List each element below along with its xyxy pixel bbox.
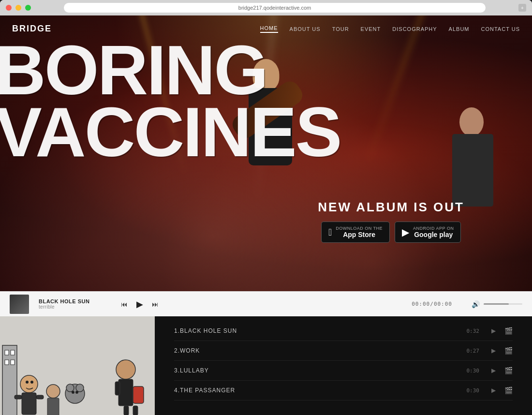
track-2-video-button[interactable]: 🎬 [504, 347, 513, 355]
track-item-1: 1.BLACK HOLE SUN 0:32 ▶ 🎬 [174, 321, 513, 341]
track-3-number: 3 [174, 367, 178, 374]
track-2-number: 2 [174, 347, 178, 354]
album-art-panel [0, 316, 155, 415]
album-promo-title: NEW ALBUM IS OUT [318, 200, 464, 215]
svg-rect-2 [5, 350, 9, 355]
track-3-title: LULLABY [180, 367, 209, 374]
track-2-duration: 0:27 [462, 348, 479, 354]
track-1-video-button[interactable]: 🎬 [504, 327, 513, 335]
track-item-3: 3.LULLABY 0:30 ▶ 🎬 [174, 361, 513, 381]
player-next-button[interactable]: ⏭ [152, 300, 159, 308]
nav-event[interactable]: EVENT [361, 26, 381, 32]
volume-bar[interactable] [484, 303, 522, 305]
website-container: BRIDGE HOME ABOUT US TOUR EVENT DISCOGRA… [0, 15, 532, 415]
track-1-duration: 0:32 [462, 328, 479, 334]
player-time-total: 00:00 [434, 301, 452, 307]
address-bar[interactable]: bridge217.qodeinteractive.com [64, 3, 486, 13]
nav-tour[interactable]: TOUR [332, 26, 349, 32]
svg-point-19 [116, 360, 135, 379]
svg-point-6 [20, 375, 38, 393]
appstore-button[interactable]:  Download on the App Store [321, 222, 390, 243]
track-4-play-button[interactable]: ▶ [491, 387, 496, 394]
appstore-small-label: Download on the [336, 226, 383, 231]
maximize-button[interactable] [25, 5, 31, 11]
svg-point-16 [76, 384, 84, 392]
browser-titlebar: bridge217.qodeinteractive.com + [0, 0, 532, 15]
nav-contact[interactable]: CONTACT US [481, 26, 520, 32]
nav-about[interactable]: ABOUT US [290, 26, 321, 32]
close-button[interactable] [6, 5, 12, 11]
track-3-video-button[interactable]: 🎬 [504, 367, 513, 374]
svg-rect-4 [5, 360, 9, 365]
track-1-number: 1 [174, 327, 178, 334]
svg-point-10 [26, 381, 29, 384]
store-buttons-group:  Download on the App Store ▶ Android Ap… [318, 222, 464, 243]
svg-point-17 [72, 391, 74, 394]
track-4-duration: 0:30 [462, 387, 479, 394]
track-4-video-button[interactable]: 🎬 [504, 386, 513, 394]
svg-rect-1 [2, 345, 17, 415]
guitarist2-body [452, 134, 493, 207]
track-item-4: 4.THE PASSANGER 0:30 ▶ 🎬 [174, 381, 513, 400]
track-1-title: BLACK HOLE SUN [180, 327, 237, 334]
nav-album[interactable]: ALBUM [449, 26, 470, 32]
svg-rect-23 [133, 406, 138, 415]
svg-rect-9 [36, 395, 44, 399]
track-3-name: 3.LULLABY [174, 367, 458, 374]
url-text: bridge217.qodeinteractive.com [238, 5, 311, 11]
bottom-section: 1.BLACK HOLE SUN 0:32 ▶ 🎬 2.WORK 0:27 ▶ … [0, 316, 532, 415]
googleplay-name-label: Google play [413, 231, 454, 238]
track-4-number: 4 [174, 387, 178, 394]
player-artist-name: Terrible [39, 304, 102, 310]
track-2-play-button[interactable]: ▶ [491, 347, 496, 354]
navigation: BRIDGE HOME ABOUT US TOUR EVENT DISCOGRA… [0, 15, 532, 42]
nav-discography[interactable]: DISCOGRAPHY [392, 26, 437, 32]
guitarist-head [253, 59, 280, 90]
track-3-duration: 0:30 [462, 368, 479, 374]
svg-point-15 [66, 384, 74, 392]
svg-rect-20 [118, 379, 133, 406]
new-tab-button[interactable]: + [518, 4, 526, 12]
svg-rect-24 [124, 406, 129, 415]
player-play-button[interactable]: ▶ [136, 299, 143, 310]
player-info: BLACK HOLE SUN Terrible [39, 298, 102, 310]
track-1-play-button[interactable]: ▶ [491, 327, 496, 334]
site-logo[interactable]: BRIDGE [12, 24, 52, 34]
hero-section: BRIDGE HOME ABOUT US TOUR EVENT DISCOGRA… [0, 15, 532, 291]
track-2-title: WORK [180, 347, 200, 354]
googleplay-button[interactable]: ▶ Android App on Google play [395, 222, 461, 243]
player-controls: ⏮ ▶ ⏭ [121, 299, 159, 310]
player-thumbnail [10, 295, 29, 314]
svg-rect-3 [11, 350, 15, 355]
track-4-name: 4.THE PASSANGER [174, 387, 458, 394]
album-promo-block: NEW ALBUM IS OUT  Download on the App S… [318, 200, 464, 243]
svg-rect-22 [115, 382, 120, 395]
album-art-doodle [0, 316, 155, 415]
player-time: 00:00/00:00 [412, 301, 452, 307]
svg-point-11 [30, 381, 33, 384]
player-time-current: 00:00 [412, 301, 430, 307]
googleplay-small-label: Android App on [413, 226, 454, 231]
svg-rect-5 [11, 360, 15, 365]
svg-point-12 [46, 385, 60, 398]
track-1-name: 1.BLACK HOLE SUN [174, 327, 458, 334]
player-prev-button[interactable]: ⏮ [121, 300, 128, 308]
minimize-button[interactable] [15, 5, 21, 11]
album-art-background [0, 316, 155, 415]
track-item-2: 2.WORK 0:27 ▶ 🎬 [174, 341, 513, 361]
music-player: BLACK HOLE SUN Terrible ⏮ ▶ ⏭ 00:00/00:0… [0, 291, 532, 316]
googleplay-text: Android App on Google play [413, 226, 454, 238]
guitarist-silhouette [213, 59, 319, 252]
appstore-text: Download on the App Store [336, 226, 383, 238]
svg-rect-7 [22, 393, 36, 415]
svg-rect-8 [15, 395, 22, 399]
track-3-play-button[interactable]: ▶ [491, 367, 496, 374]
guitarist2-head [459, 107, 484, 136]
svg-rect-13 [47, 398, 59, 415]
track-4-title: THE PASSANGER [180, 387, 235, 394]
apple-icon:  [328, 227, 332, 237]
browser-chrome: bridge217.qodeinteractive.com + [0, 0, 532, 15]
nav-home[interactable]: HOME [260, 25, 278, 33]
googleplay-icon: ▶ [402, 227, 409, 237]
volume-icon[interactable]: 🔊 [472, 300, 480, 308]
